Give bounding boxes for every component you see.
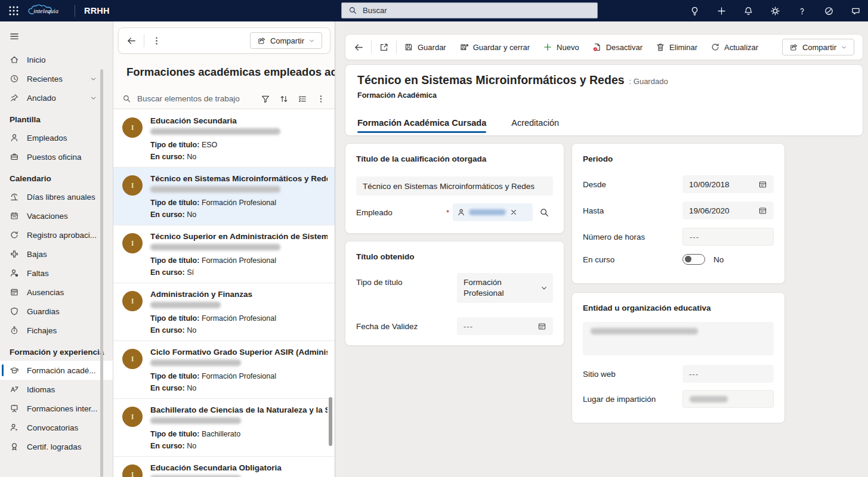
list-item-body: Educación SecundariaTipo de título: ESOE… <box>150 116 328 167</box>
tab-formacion-academica-cursada[interactable]: Formación Académica Cursada <box>357 118 486 133</box>
desde-date-field[interactable]: 10/09/2018 <box>682 175 774 193</box>
card-title: Título obtenido <box>356 252 553 261</box>
command-desactivar[interactable]: Desactivar <box>592 42 642 52</box>
command-guardar[interactable]: Guardar <box>404 42 446 52</box>
fecha-validez-field[interactable]: --- <box>457 317 553 335</box>
sidebar-item-empleados[interactable]: Empleados <box>0 128 113 147</box>
share-label: Compartir <box>270 36 304 45</box>
brand-logo[interactable]: intelequia <box>26 3 66 18</box>
record-share-button[interactable]: Compartir <box>782 39 854 55</box>
command-nuevo[interactable]: Nuevo <box>543 42 579 52</box>
list-more-icon[interactable] <box>316 94 326 104</box>
tipo-titulo-select[interactable]: Formación Profesional <box>457 273 553 303</box>
chat-icon[interactable] <box>851 6 861 16</box>
toggle-knob <box>685 256 691 262</box>
command-guardar-y-cerrar[interactable]: Guardar y cerrar <box>459 42 530 52</box>
help-icon[interactable] <box>797 6 807 16</box>
sitio-web-field[interactable]: --- <box>682 365 774 383</box>
list-item[interactable]: IEducación SecundariaTipo de título: ESO… <box>113 110 335 168</box>
app-window: intelequia RRHH Buscar InicioRecientesAn… <box>0 0 868 477</box>
sidebar-item-puestos-oficina[interactable]: Puestos oficina <box>0 147 113 166</box>
list-share-button[interactable]: Compartir <box>250 32 322 49</box>
filter-funnel-icon[interactable] <box>261 94 270 104</box>
list-item[interactable]: ICiclo Formativo Grado Superior ASIR (Ad… <box>113 341 335 399</box>
titulo-cualificacion-input[interactable]: Técnico en Sistemas Microinformáticos y … <box>356 176 553 196</box>
list-item-body: Educación Secundaria Obligatoria <box>150 463 328 477</box>
sidebar-item-anclado[interactable]: Anclado <box>0 88 113 107</box>
desde-value: 10/09/2018 <box>689 180 730 189</box>
list-scrollbar[interactable] <box>329 397 332 446</box>
sidebar-item-fichajes[interactable]: Fichajes <box>0 321 113 340</box>
back-arrow-icon[interactable] <box>354 42 364 52</box>
hamburger-menu-icon[interactable] <box>9 31 20 42</box>
multiselect-icon[interactable] <box>298 94 307 104</box>
calendar-icon[interactable] <box>758 206 767 215</box>
clear-lookup-icon[interactable] <box>509 208 518 216</box>
entidad-nombre-field[interactable] <box>583 322 774 355</box>
record-header: Técnico en Sistemas Microinformáticos y … <box>345 64 863 136</box>
tipo-titulo-label: Tipo de título: <box>150 314 199 323</box>
list-search-input[interactable]: Buscar elementos de trabajo <box>137 94 255 103</box>
sync-icon <box>10 230 19 240</box>
sidebar-item-formaciones-inter[interactable]: Formaciones inter... <box>0 399 113 418</box>
list-item[interactable]: IBachillerato de Ciencias de la Naturale… <box>113 399 335 457</box>
sidebar-item-faltas[interactable]: Faltas <box>0 264 113 283</box>
sidebar-item-ausencias[interactable]: Ausencias <box>0 283 113 302</box>
sidebar-item-recientes[interactable]: Recientes <box>0 69 113 88</box>
more-options-icon[interactable] <box>152 36 162 46</box>
dynamics-icon[interactable] <box>824 6 834 16</box>
empleado-lookup-field[interactable] <box>453 203 533 221</box>
list-item[interactable]: ITécnico en Sistemas Microinformáticos y… <box>113 168 335 225</box>
card-title: Entidad u organización educativa <box>583 303 774 312</box>
list-panel: Compartir Formaciones académicas emplead… <box>113 21 335 477</box>
sort-icon[interactable] <box>279 94 289 104</box>
record-avatar: I <box>122 349 143 369</box>
tab-acreditacion[interactable]: Acreditación <box>511 118 559 133</box>
work-item-title: Técnico en Sistemas Microinformáticos y … <box>150 174 328 183</box>
work-item-title: Ciclo Formativo Grado Superior ASIR (Adm… <box>150 348 328 357</box>
sidebar-item-días-libres-anuales[interactable]: Días libres anuales <box>0 187 113 206</box>
bell-icon[interactable] <box>743 6 753 16</box>
calendar-grid-icon <box>10 287 19 297</box>
sidebar-item-label: Formaciones inter... <box>27 404 98 413</box>
global-search-box[interactable]: Buscar <box>341 2 598 18</box>
sidebar-item-label: Certif. logradas <box>27 442 82 451</box>
hasta-label: Hasta <box>583 206 682 215</box>
list-item[interactable]: IAdministración y FinanzasTipo de título… <box>113 283 335 341</box>
sidebar-item-certif-logradas[interactable]: Certif. logradas <box>0 437 113 456</box>
sidebar-item-formación-acadé[interactable]: Formación acadé... <box>0 361 113 380</box>
sidebar-item-guardias[interactable]: Guardias <box>0 302 113 321</box>
hasta-date-field[interactable]: 19/06/2020 <box>682 202 774 219</box>
sidebar-item-vacaciones[interactable]: Vacaciones <box>0 206 113 225</box>
numero-horas-value: --- <box>690 233 699 241</box>
command-eliminar[interactable]: Eliminar <box>656 42 697 52</box>
lightbulb-icon[interactable] <box>690 6 700 16</box>
command-actualizar[interactable]: Actualizar <box>711 42 758 52</box>
calendar-icon[interactable] <box>758 180 767 189</box>
en-curso-toggle[interactable] <box>682 254 705 265</box>
person-icon <box>10 133 19 143</box>
en-curso-label: En curso <box>583 255 682 264</box>
commandbar-divider <box>396 41 397 54</box>
app-launcher-icon[interactable] <box>8 5 20 17</box>
sidebar-item-convocatorias[interactable]: Convocatorias <box>0 418 113 437</box>
popout-icon[interactable] <box>379 42 389 52</box>
sidebar-item-registro-aprobaci[interactable]: Registro aprobaci... <box>0 225 113 244</box>
en-curso-field: En curso: No <box>150 209 328 221</box>
sidebar-item-label: Puestos oficina <box>27 153 82 162</box>
hasta-value: 19/06/2020 <box>689 206 730 215</box>
sidebar-item-inicio[interactable]: Inicio <box>0 50 113 69</box>
sidebar-item-idiomas[interactable]: Idiomas <box>0 380 113 399</box>
sidebar-item-label: Faltas <box>27 269 49 278</box>
lookup-search-icon[interactable] <box>539 207 549 218</box>
list-item[interactable]: ITécnico Superior en Administración de S… <box>113 225 335 283</box>
sidebar-scrollbar[interactable] <box>100 69 103 477</box>
list-item[interactable]: IEducación Secundaria Obligatoria <box>113 457 335 477</box>
gear-icon[interactable] <box>770 6 780 16</box>
plus-icon[interactable] <box>716 6 727 16</box>
sidebar-item-bajas[interactable]: Bajas <box>0 244 113 264</box>
back-arrow-icon[interactable] <box>126 36 137 46</box>
calendar-icon[interactable] <box>538 322 546 331</box>
app-name[interactable]: RRHH <box>84 6 110 16</box>
sidebar-item-label: Fichajes <box>27 326 57 335</box>
